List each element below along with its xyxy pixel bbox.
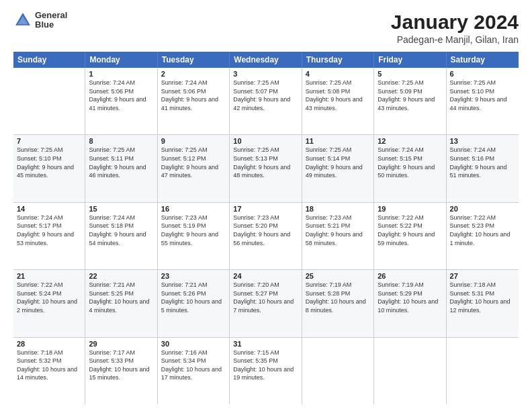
day-info: Sunrise: 7:18 AMSunset: 5:31 PMDaylight:… (450, 281, 515, 314)
calendar-cell: 28Sunrise: 7:18 AMSunset: 5:32 PMDayligh… (13, 338, 85, 404)
calendar-cell: 26Sunrise: 7:19 AMSunset: 5:29 PMDayligh… (374, 270, 446, 336)
calendar-cell: 4Sunrise: 7:25 AMSunset: 5:08 PMDaylight… (302, 68, 374, 134)
day-info: Sunrise: 7:23 AMSunset: 5:19 PMDaylight:… (161, 214, 226, 247)
day-info: Sunrise: 7:18 AMSunset: 5:32 PMDaylight:… (17, 349, 81, 382)
day-number: 5 (378, 70, 442, 78)
calendar-row: 28Sunrise: 7:18 AMSunset: 5:32 PMDayligh… (13, 338, 519, 404)
calendar-cell: 15Sunrise: 7:24 AMSunset: 5:18 PMDayligh… (85, 203, 157, 269)
day-info: Sunrise: 7:25 AMSunset: 5:10 PMDaylight:… (450, 79, 515, 112)
weekday-header: Tuesday (158, 52, 230, 68)
day-info: Sunrise: 7:25 AMSunset: 5:10 PMDaylight:… (17, 146, 81, 179)
day-info: Sunrise: 7:25 AMSunset: 5:09 PMDaylight:… (378, 79, 442, 112)
calendar-body: 1Sunrise: 7:24 AMSunset: 5:06 PMDaylight… (13, 68, 519, 404)
calendar-row: 7Sunrise: 7:25 AMSunset: 5:10 PMDaylight… (13, 135, 519, 202)
main-title: January 2024 (391, 11, 519, 33)
day-info: Sunrise: 7:25 AMSunset: 5:11 PMDaylight:… (89, 146, 153, 179)
day-number: 20 (450, 205, 515, 213)
day-info: Sunrise: 7:19 AMSunset: 5:28 PMDaylight:… (306, 281, 370, 314)
day-info: Sunrise: 7:21 AMSunset: 5:26 PMDaylight:… (161, 281, 226, 314)
weekday-header: Thursday (302, 52, 374, 68)
page: General Blue January 2024 Padegan-e Manj… (0, 0, 532, 411)
logo-line1: General (35, 11, 67, 20)
logo: General Blue (13, 11, 67, 30)
calendar-cell: 9Sunrise: 7:25 AMSunset: 5:12 PMDaylight… (158, 135, 230, 201)
day-info: Sunrise: 7:22 AMSunset: 5:24 PMDaylight:… (17, 281, 81, 314)
day-number: 15 (89, 205, 153, 213)
day-number: 22 (89, 272, 153, 280)
calendar-cell: 7Sunrise: 7:25 AMSunset: 5:10 PMDaylight… (13, 135, 85, 201)
day-number: 8 (89, 137, 153, 145)
day-number: 6 (450, 70, 515, 78)
day-info: Sunrise: 7:24 AMSunset: 5:06 PMDaylight:… (89, 79, 153, 112)
day-number: 16 (161, 205, 226, 213)
calendar-cell: 24Sunrise: 7:20 AMSunset: 5:27 PMDayligh… (230, 270, 302, 336)
day-info: Sunrise: 7:25 AMSunset: 5:14 PMDaylight:… (306, 146, 370, 179)
calendar-cell: 6Sunrise: 7:25 AMSunset: 5:10 PMDaylight… (447, 68, 519, 134)
day-info: Sunrise: 7:17 AMSunset: 5:33 PMDaylight:… (89, 349, 153, 382)
calendar-cell: 1Sunrise: 7:24 AMSunset: 5:06 PMDaylight… (85, 68, 157, 134)
day-info: Sunrise: 7:25 AMSunset: 5:12 PMDaylight:… (161, 146, 226, 179)
day-number: 29 (89, 340, 153, 348)
day-number: 4 (306, 70, 370, 78)
calendar-cell: 27Sunrise: 7:18 AMSunset: 5:31 PMDayligh… (447, 270, 519, 336)
day-info: Sunrise: 7:24 AMSunset: 5:15 PMDaylight:… (378, 146, 442, 179)
day-number: 3 (233, 70, 298, 78)
logo-line2: Blue (35, 20, 67, 30)
weekday-header: Sunday (13, 52, 85, 68)
calendar-cell: 5Sunrise: 7:25 AMSunset: 5:09 PMDaylight… (374, 68, 446, 134)
day-number: 10 (233, 137, 298, 145)
weekday-header: Wednesday (230, 52, 302, 68)
calendar-cell: 20Sunrise: 7:22 AMSunset: 5:23 PMDayligh… (447, 203, 519, 269)
day-info: Sunrise: 7:20 AMSunset: 5:27 PMDaylight:… (233, 281, 298, 314)
calendar: SundayMondayTuesdayWednesdayThursdayFrid… (13, 52, 519, 404)
day-number: 31 (233, 340, 298, 348)
day-info: Sunrise: 7:23 AMSunset: 5:21 PMDaylight:… (306, 214, 370, 247)
day-info: Sunrise: 7:19 AMSunset: 5:29 PMDaylight:… (378, 281, 442, 314)
day-info: Sunrise: 7:24 AMSunset: 5:17 PMDaylight:… (17, 214, 81, 247)
day-info: Sunrise: 7:25 AMSunset: 5:08 PMDaylight:… (306, 79, 370, 112)
calendar-row: 14Sunrise: 7:24 AMSunset: 5:17 PMDayligh… (13, 203, 519, 270)
day-number: 19 (378, 205, 442, 213)
day-number: 14 (17, 205, 81, 213)
day-number: 12 (378, 137, 442, 145)
calendar-cell (447, 338, 519, 404)
day-number: 17 (233, 205, 298, 213)
calendar-cell: 12Sunrise: 7:24 AMSunset: 5:15 PMDayligh… (374, 135, 446, 201)
calendar-cell (13, 68, 85, 134)
day-info: Sunrise: 7:22 AMSunset: 5:22 PMDaylight:… (378, 214, 442, 247)
day-number: 27 (450, 272, 515, 280)
day-number: 7 (17, 137, 81, 145)
day-info: Sunrise: 7:23 AMSunset: 5:20 PMDaylight:… (233, 214, 298, 247)
calendar-cell: 18Sunrise: 7:23 AMSunset: 5:21 PMDayligh… (302, 203, 374, 269)
day-number: 25 (306, 272, 370, 280)
title-block: January 2024 Padegan-e Manjil, Gilan, Ir… (391, 11, 519, 45)
subtitle: Padegan-e Manjil, Gilan, Iran (391, 34, 519, 45)
day-number: 28 (17, 340, 81, 348)
calendar-cell: 25Sunrise: 7:19 AMSunset: 5:28 PMDayligh… (302, 270, 374, 336)
day-number: 30 (161, 340, 226, 348)
weekday-header: Friday (374, 52, 446, 68)
calendar-cell: 23Sunrise: 7:21 AMSunset: 5:26 PMDayligh… (158, 270, 230, 336)
logo-icon (13, 11, 32, 30)
calendar-cell: 16Sunrise: 7:23 AMSunset: 5:19 PMDayligh… (158, 203, 230, 269)
day-info: Sunrise: 7:24 AMSunset: 5:18 PMDaylight:… (89, 214, 153, 247)
calendar-cell: 2Sunrise: 7:24 AMSunset: 5:06 PMDaylight… (158, 68, 230, 134)
calendar-cell: 13Sunrise: 7:24 AMSunset: 5:16 PMDayligh… (447, 135, 519, 201)
calendar-cell: 19Sunrise: 7:22 AMSunset: 5:22 PMDayligh… (374, 203, 446, 269)
calendar-cell: 17Sunrise: 7:23 AMSunset: 5:20 PMDayligh… (230, 203, 302, 269)
calendar-cell: 3Sunrise: 7:25 AMSunset: 5:07 PMDaylight… (230, 68, 302, 134)
calendar-cell: 22Sunrise: 7:21 AMSunset: 5:25 PMDayligh… (85, 270, 157, 336)
weekday-header: Monday (85, 52, 157, 68)
calendar-row: 21Sunrise: 7:22 AMSunset: 5:24 PMDayligh… (13, 270, 519, 337)
calendar-cell: 29Sunrise: 7:17 AMSunset: 5:33 PMDayligh… (85, 338, 157, 404)
day-info: Sunrise: 7:24 AMSunset: 5:06 PMDaylight:… (161, 79, 226, 112)
day-number: 1 (89, 70, 153, 78)
weekday-header: Saturday (447, 52, 519, 68)
day-number: 9 (161, 137, 226, 145)
day-number: 11 (306, 137, 370, 145)
day-number: 21 (17, 272, 81, 280)
day-number: 2 (161, 70, 226, 78)
calendar-cell: 8Sunrise: 7:25 AMSunset: 5:11 PMDaylight… (85, 135, 157, 201)
header: General Blue January 2024 Padegan-e Manj… (13, 11, 519, 45)
day-number: 13 (450, 137, 515, 145)
